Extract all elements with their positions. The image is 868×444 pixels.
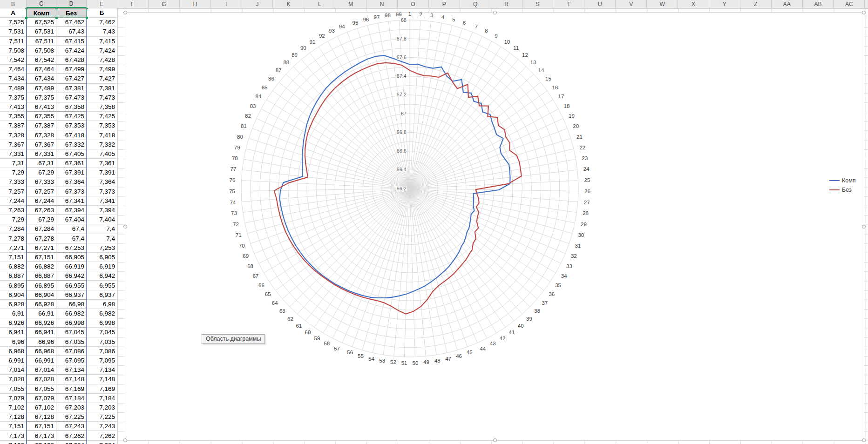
legend-item[interactable]: Без xyxy=(829,187,856,193)
column-header-R[interactable]: R xyxy=(491,0,522,8)
cell[interactable]: 7,263 xyxy=(0,206,27,215)
column-header-N[interactable]: N xyxy=(366,0,398,8)
column-header-K[interactable]: K xyxy=(273,0,304,8)
cell[interactable]: 6,998 xyxy=(87,318,117,328)
cell[interactable]: 6,96 xyxy=(0,337,27,347)
cell[interactable]: 6,919 xyxy=(87,262,117,271)
cell[interactable]: 7,394 xyxy=(87,206,117,215)
cell[interactable]: 67,473 xyxy=(56,93,87,102)
cell[interactable]: 6,895 xyxy=(0,281,27,290)
cell[interactable]: 7,148 xyxy=(87,375,117,384)
cell[interactable]: 7,173 xyxy=(0,431,27,440)
cell[interactable]: 7,531 xyxy=(0,27,27,36)
cell[interactable]: 7,364 xyxy=(87,177,117,187)
cell[interactable]: 67,328 xyxy=(27,130,56,140)
cell[interactable]: 7,31 xyxy=(0,159,27,168)
cell[interactable]: 7,045 xyxy=(87,328,117,337)
cell[interactable]: 67,413 xyxy=(27,102,56,112)
cell[interactable]: 7,198 xyxy=(0,441,27,444)
cell[interactable]: 67,31 xyxy=(27,159,56,168)
cell[interactable]: 67,341 xyxy=(56,196,87,206)
cell[interactable]: 66,887 xyxy=(27,271,56,281)
cell[interactable]: 7,424 xyxy=(87,46,117,55)
resize-handle[interactable] xyxy=(123,11,127,14)
cell[interactable]: 7,415 xyxy=(87,37,117,46)
cell[interactable]: 7,425 xyxy=(87,112,117,121)
cell[interactable]: 66,928 xyxy=(27,300,56,309)
resize-handle[interactable] xyxy=(862,11,866,14)
cell[interactable]: 67,151 xyxy=(27,422,56,431)
cell[interactable]: 7,328 xyxy=(0,130,27,140)
cell[interactable]: 7,262 xyxy=(87,431,117,440)
cell[interactable]: 67,499 xyxy=(56,65,87,74)
resize-handle[interactable] xyxy=(862,438,866,442)
cell[interactable]: 67,148 xyxy=(56,375,87,384)
cell[interactable]: 7,243 xyxy=(87,422,117,431)
cell[interactable]: 66,937 xyxy=(56,290,87,300)
cell[interactable]: 7,404 xyxy=(87,215,117,224)
cell[interactable]: 67,525 xyxy=(27,18,56,27)
cell[interactable]: 67,028 xyxy=(27,375,56,384)
cell[interactable]: 67,184 xyxy=(56,394,87,403)
cell[interactable]: 66,982 xyxy=(56,309,87,318)
column-header-G[interactable]: G xyxy=(149,0,180,8)
column-header-AA[interactable]: AA xyxy=(772,0,803,8)
cell[interactable]: 7,29 xyxy=(0,168,27,177)
cell[interactable]: 7,028 xyxy=(0,375,27,384)
cell[interactable]: 66,998 xyxy=(56,318,87,328)
cell[interactable]: 7,405 xyxy=(87,149,117,159)
cell[interactable]: 67,391 xyxy=(56,168,87,177)
cell[interactable]: 7,079 xyxy=(0,394,27,403)
cell[interactable]: 7,225 xyxy=(87,412,117,422)
cell[interactable]: 7,184 xyxy=(87,394,117,403)
column-header-AC[interactable]: AC xyxy=(834,0,865,8)
cell[interactable]: 67,464 xyxy=(27,65,56,74)
cell[interactable]: 66,955 xyxy=(56,281,87,290)
column-header-P[interactable]: P xyxy=(429,0,460,8)
cell[interactable]: 6,882 xyxy=(0,262,27,271)
column-header-F[interactable]: F xyxy=(117,0,149,8)
cell[interactable]: 67,045 xyxy=(56,328,87,337)
cell[interactable]: 67,055 xyxy=(27,384,56,394)
cell[interactable]: 67,375 xyxy=(27,93,56,102)
cell[interactable]: 67,173 xyxy=(27,431,56,440)
cell[interactable]: 7,055 xyxy=(0,384,27,394)
cell[interactable]: 66,904 xyxy=(27,290,56,300)
cell[interactable]: 67,095 xyxy=(56,356,87,365)
cell[interactable]: Б xyxy=(87,8,117,18)
cell[interactable]: 67,257 xyxy=(27,187,56,196)
chart-legend[interactable]: КомпБез xyxy=(829,177,856,193)
column-header-Z[interactable]: Z xyxy=(740,0,772,8)
cell[interactable]: 67,271 xyxy=(27,243,56,253)
cell[interactable]: 6,887 xyxy=(0,271,27,281)
cell[interactable]: 7,257 xyxy=(0,187,27,196)
cell[interactable]: 7,151 xyxy=(0,422,27,431)
cell[interactable]: 67,014 xyxy=(27,365,56,375)
cell[interactable]: 67,381 xyxy=(56,84,87,93)
cell[interactable]: 66,98 xyxy=(56,300,87,309)
column-header-H[interactable]: H xyxy=(180,0,211,8)
column-header-C[interactable]: C xyxy=(27,0,56,8)
cell[interactable]: 67,415 xyxy=(56,37,87,46)
resize-handle[interactable] xyxy=(493,11,497,14)
cell[interactable]: 67,079 xyxy=(27,394,56,403)
cell[interactable]: 7,035 xyxy=(87,337,117,347)
cell[interactable]: 7,151 xyxy=(0,253,27,262)
cell[interactable]: 67,203 xyxy=(56,403,87,412)
cell[interactable]: 7,253 xyxy=(87,243,117,253)
cell[interactable]: 67,489 xyxy=(27,84,56,93)
column-header-Q[interactable]: Q xyxy=(460,0,491,8)
cell[interactable]: 7,102 xyxy=(0,403,27,412)
column-header-J[interactable]: J xyxy=(242,0,273,8)
cell[interactable]: 7,381 xyxy=(87,84,117,93)
column-header-D[interactable]: D xyxy=(56,0,87,8)
cell[interactable]: Без xyxy=(56,8,87,18)
cell[interactable]: 67,086 xyxy=(56,347,87,356)
cell[interactable]: 7,373 xyxy=(87,187,117,196)
cell[interactable]: 6,937 xyxy=(87,290,117,300)
column-header-AD[interactable]: AD xyxy=(865,0,868,8)
radar-chart[interactable]: 1234567891011121314151617181920212223242… xyxy=(125,13,865,441)
cell[interactable]: 7,361 xyxy=(87,159,117,168)
cell[interactable]: 7,418 xyxy=(87,130,117,140)
cell[interactable]: 67,128 xyxy=(27,412,56,422)
